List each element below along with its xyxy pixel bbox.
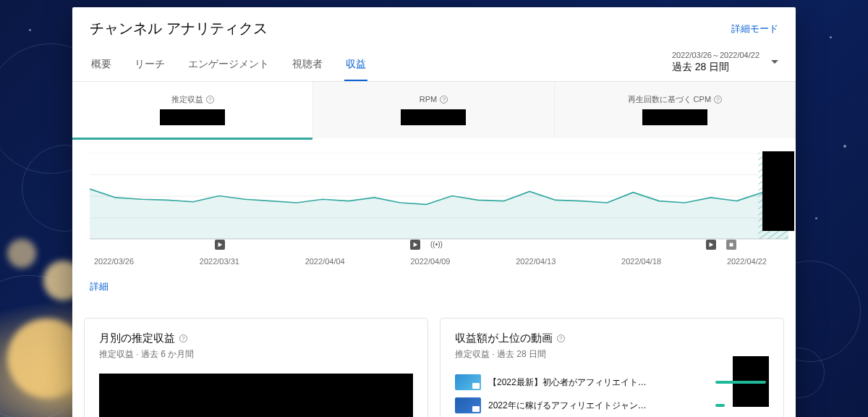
metric-label: 推定収益 — [171, 94, 203, 105]
list-item[interactable]: 2022年に稼げるアフィリエイトジャン… — [455, 394, 769, 417]
x-tick: 2022/04/22 — [727, 257, 767, 266]
monthly-revenue-card: 月別の推定収益 ? 推定収益 · 過去 6 か月間 — [84, 318, 428, 417]
bar-track — [715, 404, 769, 407]
video-event-icon[interactable] — [410, 240, 420, 250]
video-thumbnail — [455, 374, 481, 390]
advanced-mode-link[interactable]: 詳細モード — [731, 22, 778, 35]
chart-container: ((•)) 2022/03/26 2022/03/31 2022/04/04 2… — [72, 138, 796, 277]
tab-reach[interactable]: リーチ — [133, 51, 166, 81]
date-range-text: 2022/03/26～2022/04/22 — [672, 50, 760, 61]
metric-tabs: 推定収益 ? RPM ? 再生回数に基づく CPM ? — [72, 82, 796, 138]
video-event-icon[interactable] — [215, 240, 225, 250]
short-event-icon[interactable] — [726, 240, 736, 250]
tab-engagement[interactable]: エンゲージメント — [187, 51, 271, 81]
x-tick: 2022/04/09 — [410, 257, 450, 266]
redacted-chart — [99, 374, 413, 417]
date-range-label: 過去 28 日間 — [672, 61, 760, 74]
header: チャンネル アナリティクス 詳細モード — [72, 7, 796, 44]
bar-fill — [715, 404, 725, 407]
x-tick: 2022/04/04 — [305, 257, 345, 266]
chevron-down-icon — [771, 60, 778, 64]
metric-label: RPM — [420, 95, 437, 104]
info-icon[interactable]: ? — [714, 96, 722, 104]
metric-estimated-revenue[interactable]: 推定収益 ? — [72, 82, 313, 138]
svg-marker-7 — [218, 243, 223, 247]
redacted-chart-side — [762, 151, 794, 231]
x-tick: 2022/04/18 — [621, 257, 661, 266]
svg-marker-9 — [710, 243, 714, 247]
x-tick: 2022/03/31 — [200, 257, 239, 266]
list-item[interactable]: 【2022最新】初心者がアフィリエイト… — [455, 371, 769, 394]
tab-revenue[interactable]: 収益 — [344, 51, 367, 81]
info-icon[interactable]: ? — [440, 96, 448, 104]
card-subtitle: 推定収益 · 過去 28 日間 — [455, 348, 769, 361]
svg-rect-10 — [730, 243, 733, 247]
top-videos-card: 収益額が上位の動画 ? 推定収益 · 過去 28 日間 【2022最新】初心者が… — [440, 318, 784, 417]
svg-marker-8 — [414, 243, 418, 247]
live-event-icon[interactable]: ((•)) — [430, 240, 443, 248]
video-title: 【2022最新】初心者がアフィリエイト… — [488, 376, 708, 389]
x-tick: 2022/04/13 — [516, 257, 556, 266]
redacted-value — [642, 109, 707, 125]
card-title: 収益額が上位の動画 — [455, 332, 553, 345]
date-range-picker[interactable]: 2022/03/26～2022/04/22 過去 28 日間 — [672, 50, 778, 81]
x-axis: 2022/03/26 2022/03/31 2022/04/04 2022/04… — [90, 251, 788, 273]
analytics-panel: チャンネル アナリティクス 詳細モード 概要 リーチ エンゲージメント 視聴者 … — [72, 7, 796, 417]
video-thumbnail — [455, 397, 481, 413]
redacted-value — [401, 109, 466, 125]
event-marker-bar: ((•)) — [94, 240, 767, 251]
detail-link[interactable]: 詳細 — [72, 277, 126, 306]
metric-rpm[interactable]: RPM ? — [313, 82, 554, 138]
info-icon[interactable]: ? — [179, 334, 187, 342]
video-list: 【2022最新】初心者がアフィリエイト… 2022年に稼げるアフィリエイトジャン… — [455, 371, 769, 417]
video-event-icon[interactable] — [706, 240, 716, 250]
tab-overview[interactable]: 概要 — [90, 51, 113, 81]
subheader: 概要 リーチ エンゲージメント 視聴者 収益 2022/03/26～2022/0… — [72, 44, 796, 82]
x-tick: 2022/03/26 — [94, 257, 134, 266]
line-chart[interactable] — [90, 153, 788, 240]
info-icon[interactable]: ? — [557, 334, 565, 342]
metric-cpm[interactable]: 再生回数に基づく CPM ? — [555, 82, 796, 138]
info-icon[interactable]: ? — [206, 96, 214, 104]
bar-fill — [715, 381, 766, 384]
tab-audience[interactable]: 視聴者 — [291, 51, 324, 81]
page-title: チャンネル アナリティクス — [90, 19, 268, 38]
redacted-value — [160, 109, 225, 125]
cards-row: 月別の推定収益 ? 推定収益 · 過去 6 か月間 収益額が上位の動画 ? 推定… — [72, 306, 796, 417]
video-title: 2022年に稼げるアフィリエイトジャン… — [488, 400, 708, 412]
card-subtitle: 推定収益 · 過去 6 か月間 — [99, 348, 413, 361]
card-title: 月別の推定収益 — [99, 332, 175, 345]
tabs: 概要 リーチ エンゲージメント 視聴者 収益 — [90, 51, 367, 81]
bar-track — [715, 381, 769, 384]
metric-label: 再生回数に基づく CPM — [628, 94, 712, 105]
